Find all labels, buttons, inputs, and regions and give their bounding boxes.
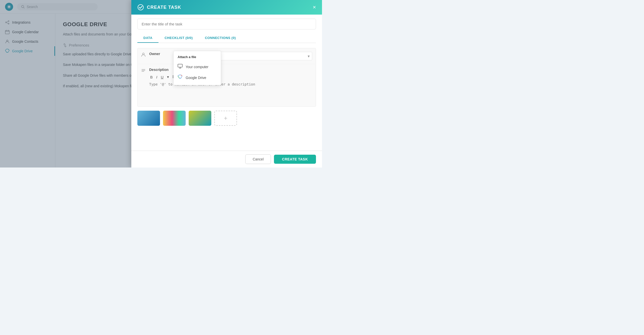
svg-point-14 — [138, 5, 143, 10]
svg-point-15 — [143, 53, 144, 55]
owner-field-row: Owner o ▾ Attach a file — [138, 48, 315, 64]
svg-rect-16 — [178, 64, 182, 67]
attach-option-gdrive[interactable]: Google Drive — [174, 72, 221, 83]
color-arrow-button[interactable]: ▾ — [166, 74, 170, 80]
modal-title: CREATE TASK — [147, 5, 310, 10]
description-field-row: Description B I U ▾ — [138, 64, 315, 106]
cancel-button[interactable]: Cancel — [245, 154, 271, 164]
modal-body: DATA CHECKLIST (0/0) CONNECTIONS (0) Own… — [131, 15, 322, 151]
tab-data[interactable]: DATA — [137, 33, 158, 43]
task-title-input[interactable] — [137, 19, 316, 29]
gdrive-attach-icon — [178, 75, 183, 80]
attach-option-computer-label: Your computer — [186, 65, 209, 69]
description-icon — [141, 68, 146, 74]
computer-icon — [178, 64, 183, 70]
attach-option-gdrive-label: Google Drive — [186, 76, 206, 80]
italic-button[interactable]: I — [155, 74, 158, 80]
tab-checklist[interactable]: CHECKLIST (0/0) — [158, 33, 199, 43]
create-task-modal: CREATE TASK × DATA CHECKLIST (0/0) CONNE… — [131, 0, 322, 168]
owner-icon — [141, 52, 146, 58]
thumbnail-3[interactable] — [189, 111, 211, 126]
thumbnail-2[interactable] — [163, 111, 186, 126]
bold-button[interactable]: B — [149, 74, 154, 80]
task-check-icon — [137, 4, 144, 11]
add-thumbnail-button[interactable]: + — [214, 111, 237, 126]
create-task-button[interactable]: CREATE TASK — [274, 155, 316, 164]
modal-header: CREATE TASK × — [131, 0, 322, 15]
underline-button[interactable]: U — [160, 74, 165, 80]
tabs-row: DATA CHECKLIST (0/0) CONNECTIONS (0) — [137, 33, 316, 43]
thumbnails-row: + — [137, 107, 316, 128]
attach-dropdown-title: Attach a file — [174, 53, 221, 61]
tab-connections[interactable]: CONNECTIONS (0) — [199, 33, 242, 43]
modal-close-button[interactable]: × — [313, 5, 316, 10]
owner-label: Owner — [149, 52, 174, 56]
modal-footer: Cancel CREATE TASK — [131, 151, 322, 168]
attach-option-computer[interactable]: Your computer — [174, 61, 221, 72]
attach-file-dropdown: Attach a file Your computer — [173, 51, 221, 85]
thumbnail-1[interactable] — [137, 111, 160, 126]
data-tab-panel: Owner o ▾ Attach a file — [137, 48, 316, 107]
